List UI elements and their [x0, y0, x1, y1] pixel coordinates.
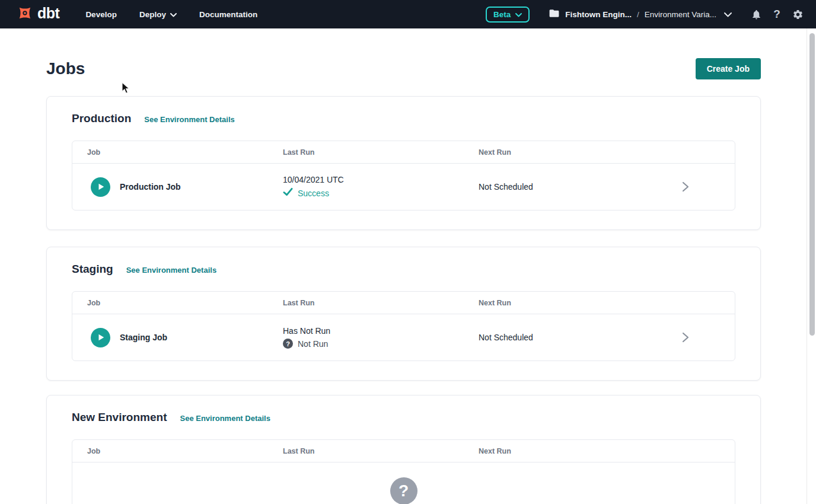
breadcrumb-current[interactable]: Environment Varia... [645, 10, 716, 19]
status-badge: Success [298, 189, 329, 198]
jobs-table: Job Last Run Next Run Production Job 10/… [72, 141, 735, 210]
jobs-table: Job Last Run Next Run ? [72, 439, 735, 504]
breadcrumb-separator: / [637, 10, 639, 19]
status-badge: Not Run [298, 339, 328, 349]
column-job: Job [72, 299, 283, 307]
see-environment-details-link[interactable]: See Environment Details [180, 414, 270, 423]
next-run-cell: Not Scheduled [479, 182, 670, 192]
environment-card-new-environment: New Environment See Environment Details … [46, 395, 761, 504]
job-name: Production Job [120, 182, 181, 192]
job-cell: Production Job [72, 177, 283, 197]
job-row-staging-job[interactable]: Staging Job Has Not Run ? Not Run Not Sc… [72, 314, 735, 361]
last-run-date: Has Not Run [283, 326, 479, 336]
status-line: ? Not Run [283, 339, 479, 349]
folder-icon [549, 8, 560, 21]
column-last-run: Last Run [283, 447, 479, 455]
column-last-run: Last Run [283, 148, 479, 157]
job-row-production-job[interactable]: Production Job 10/04/2021 UTC Success No… [72, 164, 735, 210]
vertical-scrollbar[interactable] [807, 28, 816, 504]
column-next-run: Next Run [479, 148, 670, 157]
row-chevron[interactable] [670, 332, 735, 343]
scrollbar-thumb[interactable] [809, 33, 815, 336]
jobs-page: Jobs Create Job Production See Environme… [46, 58, 761, 504]
job-name: Staging Job [120, 333, 167, 342]
nav-documentation-label: Documentation [199, 10, 257, 19]
run-job-play-button[interactable] [91, 177, 110, 197]
nav-documentation[interactable]: Documentation [199, 10, 257, 19]
column-next-run: Next Run [479, 447, 670, 455]
topbar-right: Beta Fishtown Engin... / Environment Var… [486, 7, 804, 23]
environment-header: Production See Environment Details [72, 112, 735, 125]
create-job-button[interactable]: Create Job [696, 58, 761, 79]
breadcrumb-project[interactable]: Fishtown Engin... [565, 10, 632, 19]
last-run-cell: Has Not Run ? Not Run [283, 326, 479, 349]
nav-deploy[interactable]: Deploy [139, 10, 177, 19]
beta-label: Beta [493, 10, 511, 19]
topbar-icon-group: ? [750, 8, 804, 21]
next-run-cell: Not Scheduled [479, 333, 670, 342]
job-cell: Staging Job [72, 328, 283, 347]
column-last-run: Last Run [283, 299, 479, 307]
dbt-logo-icon [17, 5, 33, 24]
see-environment-details-link[interactable]: See Environment Details [144, 115, 234, 124]
jobs-table-header: Job Last Run Next Run [72, 292, 735, 314]
project-breadcrumb[interactable]: Fishtown Engin... / Environment Varia... [549, 8, 732, 21]
dbt-logo[interactable]: dbt [17, 5, 59, 24]
main-nav: Develop Deploy Documentation [85, 10, 257, 19]
notifications-bell-icon[interactable] [750, 8, 763, 21]
empty-state-question-icon: ? [390, 477, 417, 504]
page-title: Jobs [46, 59, 85, 78]
row-chevron[interactable] [670, 181, 735, 192]
jobs-table-header: Job Last Run Next Run [72, 141, 735, 164]
environment-name: New Environment [72, 411, 167, 424]
chevron-down-icon [515, 10, 522, 19]
nav-develop-label: Develop [85, 10, 117, 19]
environment-name: Staging [72, 263, 113, 276]
status-line: Success [283, 187, 479, 199]
last-run-date: 10/04/2021 UTC [283, 175, 479, 184]
column-job: Job [72, 148, 283, 157]
see-environment-details-link[interactable]: See Environment Details [126, 266, 216, 275]
help-icon[interactable]: ? [770, 8, 783, 21]
nav-develop[interactable]: Develop [85, 10, 117, 19]
environment-header: Staging See Environment Details [72, 263, 735, 276]
run-job-play-button[interactable] [91, 328, 110, 347]
nav-deploy-label: Deploy [139, 10, 166, 19]
jobs-table-header: Job Last Run Next Run [72, 440, 735, 462]
column-next-run: Next Run [479, 299, 670, 307]
chevron-down-icon [170, 10, 177, 19]
last-run-cell: 10/04/2021 UTC Success [283, 175, 479, 199]
environment-header: New Environment See Environment Details [72, 411, 735, 424]
settings-gear-icon[interactable] [791, 8, 804, 21]
chevron-down-icon[interactable] [724, 9, 732, 20]
page-header: Jobs Create Job [46, 58, 761, 79]
empty-jobs-state: ? [72, 462, 735, 504]
environment-card-staging: Staging See Environment Details Job Last… [46, 247, 761, 381]
dbt-logo-text: dbt [37, 6, 59, 23]
column-job: Job [72, 447, 283, 455]
environment-name: Production [72, 112, 131, 125]
not-run-question-icon: ? [283, 339, 293, 349]
top-navigation-bar: dbt Develop Deploy Documentation Beta Fi… [0, 0, 816, 28]
environment-card-production: Production See Environment Details Job L… [46, 96, 761, 230]
jobs-table: Job Last Run Next Run Staging Job Has No… [72, 291, 735, 361]
success-check-icon [283, 187, 293, 199]
beta-dropdown[interactable]: Beta [486, 7, 530, 23]
